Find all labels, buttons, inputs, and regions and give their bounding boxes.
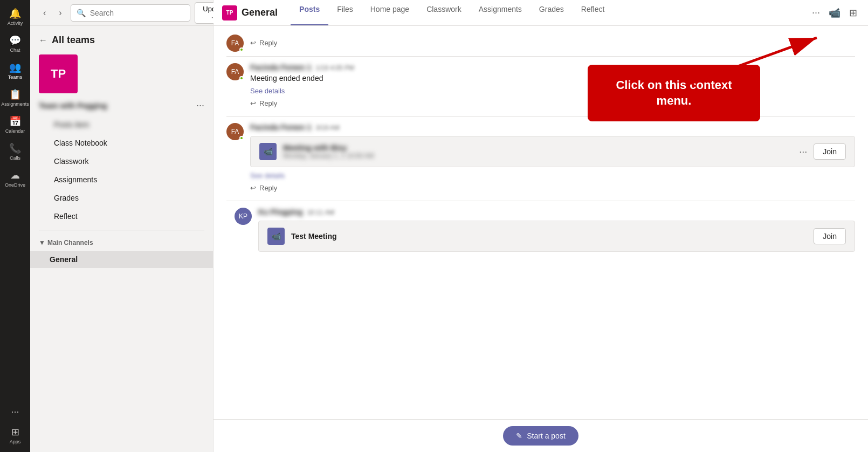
meeting-card-1: 📹 Meeting with Bixy Monday, January 1, 1…	[250, 136, 855, 167]
meeting-title-2: Test Meeting	[291, 232, 807, 241]
message-group-1: FA Facinda Femen 1 1/19 4:05 PM Meeting …	[226, 63, 855, 107]
tab-classwork[interactable]: Classwork	[418, 0, 470, 25]
msg-time-2: 1/19 4:05 PM	[316, 64, 354, 72]
avatar-1: FA	[226, 35, 244, 52]
meeting-time-1: Monday, January 1, 1 10:00 AM	[283, 152, 793, 160]
message-group-3: KP Ku Pingping 10:11 AM 📹 Test Meeting	[226, 208, 855, 252]
video-call-button[interactable]: 📹	[826, 5, 843, 21]
tab-grades[interactable]: Grades	[531, 0, 573, 25]
online-status-2	[239, 76, 244, 80]
sidebar-item-assignments[interactable]: Assignments	[35, 171, 209, 188]
avatar-2: FA	[226, 63, 244, 80]
msg-content-3: Facinda Femen 1 3/19 AM 📹 Meeting with B…	[250, 123, 855, 192]
sidebar-item-grades[interactable]: Grades	[35, 189, 209, 207]
see-details-link-2[interactable]: See details	[250, 172, 855, 180]
tab-homepage[interactable]: Home page	[362, 0, 418, 25]
reply-icon-1: ↩	[250, 99, 256, 107]
posts-area: FA ↩ Reply FA Facinda Femen 1 1/19 4:05 …	[213, 26, 868, 419]
msg-author-3: Facinda Femen 1	[250, 123, 312, 132]
section-divider-3	[226, 201, 855, 201]
back-button[interactable]: ‹	[39, 6, 50, 20]
msg-time-3: 3/19 AM	[316, 124, 340, 132]
channel-header-right: ··· 📹 ⊞	[810, 5, 859, 21]
msg-header-4: Ku Pingping 10:11 AM	[258, 208, 855, 216]
join-button-1[interactable]: Join	[814, 143, 846, 160]
sidebar-divider	[39, 230, 204, 230]
meeting-title-1: Meeting with Bixy	[283, 143, 793, 152]
calendar-icon: 📅	[9, 115, 21, 127]
all-teams-header[interactable]: ← All teams	[30, 26, 213, 50]
tab-assignments[interactable]: Assignments	[470, 0, 531, 25]
top-bar: ‹ › 🔍 Update ··· KP — □	[30, 0, 213, 26]
msg-with-left-border: KP Ku Pingping 10:11 AM 📹 Test Meeting	[226, 208, 855, 252]
sidebar-item-classwork[interactable]: Classwork	[35, 153, 209, 170]
section-divider-1	[226, 56, 855, 57]
meeting-info-1: Meeting with Bixy Monday, January 1, 1 1…	[283, 143, 793, 160]
chat-nav-item[interactable]: 💬 Chat	[2, 31, 28, 56]
reply-button-top[interactable]: ↩ Reply	[250, 39, 855, 47]
more-options-button[interactable]: ···	[810, 5, 822, 20]
channel-name: General	[242, 7, 278, 18]
avatar-4: KP	[235, 208, 252, 225]
channel-tabs: Posts Files Home page Classwork Assignme…	[291, 0, 613, 25]
expand-button[interactable]: ⊞	[847, 5, 859, 21]
message-group-2: FA Facinda Femen 1 3/19 AM 📹 Meeting wit…	[226, 123, 855, 192]
more-icon: ···	[11, 406, 19, 417]
online-status-3	[239, 136, 244, 140]
tab-reflect[interactable]: Reflect	[573, 0, 614, 25]
msg-content-2: Facinda Femen 1 1/19 4:05 PM Meeting end…	[250, 63, 855, 107]
team-name: Team with Pegging	[39, 101, 107, 110]
start-post-icon: ✎	[516, 432, 522, 440]
assignments-icon: 📋	[9, 88, 21, 100]
msg-content-4: Ku Pingping 10:11 AM 📹 Test Meeting Join	[258, 208, 855, 252]
activity-nav-item[interactable]: 🔔 Activity	[2, 4, 28, 29]
meeting-ended-text: Meeting ended ended	[250, 74, 855, 83]
join-button-2[interactable]: Join	[814, 228, 846, 244]
calendar-nav-item[interactable]: 📅 Calendar	[2, 112, 28, 137]
msg-author-2: Facinda Femen 1	[250, 63, 312, 72]
avatar-img-4: KP	[235, 208, 252, 225]
search-bar[interactable]: 🔍	[71, 4, 190, 22]
onedrive-nav-item[interactable]: ☁ OneDrive	[2, 166, 28, 191]
calls-nav-item[interactable]: 📞 Calls	[2, 139, 28, 164]
meeting-more-button-1[interactable]: ···	[799, 146, 807, 157]
msg-author-4: Ku Pingping	[258, 208, 302, 216]
reply-icon-top: ↩	[250, 39, 256, 47]
back-to-teams-button[interactable]: ←	[39, 36, 47, 45]
meeting-icon-2: 📹	[267, 228, 285, 245]
msg-header-2: Facinda Femen 1 1/19 4:05 PM	[250, 63, 855, 72]
apps-icon: ⊞	[11, 426, 19, 438]
general-channel-item[interactable]: General	[30, 251, 213, 268]
main-channels-header[interactable]: ▼ Main Channels	[30, 235, 213, 251]
team-avatar-large: TP	[39, 54, 78, 93]
assignments-nav-item[interactable]: 📋 Assignments	[2, 85, 28, 110]
meeting-info-2: Test Meeting	[291, 232, 807, 241]
message-group-reply-top: FA ↩ Reply	[226, 35, 855, 52]
teams-icon: 👥	[9, 61, 21, 73]
tab-posts[interactable]: Posts	[291, 0, 328, 25]
more-nav-item[interactable]: ···	[2, 403, 28, 421]
apps-nav-item[interactable]: ⊞ Apps	[2, 423, 28, 448]
teams-nav-item[interactable]: 👥 Teams	[2, 58, 28, 83]
start-post-button[interactable]: ✎ Start a post	[503, 426, 578, 446]
teams-sidebar: ‹ › 🔍 Update ··· KP — □ ← All teams TP T…	[30, 0, 213, 452]
see-details-link-1[interactable]: See details	[250, 87, 855, 95]
search-input[interactable]	[90, 9, 184, 17]
channel-header: TP General Posts Files Home page Classwo…	[213, 0, 868, 26]
reply-button-2[interactable]: ↩ Reply	[250, 184, 855, 192]
activity-bar: 🔔 Activity 💬 Chat 👥 Teams 📋 Assignments …	[0, 0, 30, 452]
meeting-icon-1: 📹	[259, 143, 277, 160]
sidebar-item-reflect[interactable]: Reflect	[35, 208, 209, 225]
reply-button-1[interactable]: ↩ Reply	[250, 99, 855, 107]
forward-button[interactable]: ›	[54, 6, 66, 20]
msg-header-3: Facinda Femen 1 3/19 AM	[250, 123, 855, 132]
compose-area: ✎ Start a post	[213, 419, 868, 452]
sidebar-item-posts[interactable]: Posts item	[35, 116, 209, 133]
sidebar-item-class-notebook[interactable]: Class Notebook	[35, 134, 209, 152]
tab-files[interactable]: Files	[328, 0, 362, 25]
team-more-button[interactable]: ···	[196, 100, 204, 111]
chat-icon: 💬	[9, 35, 21, 46]
msg-inner-3: KP Ku Pingping 10:11 AM 📹 Test Meeting	[235, 208, 855, 252]
avatar-3: FA	[226, 123, 244, 140]
channel-avatar: TP	[222, 5, 237, 20]
